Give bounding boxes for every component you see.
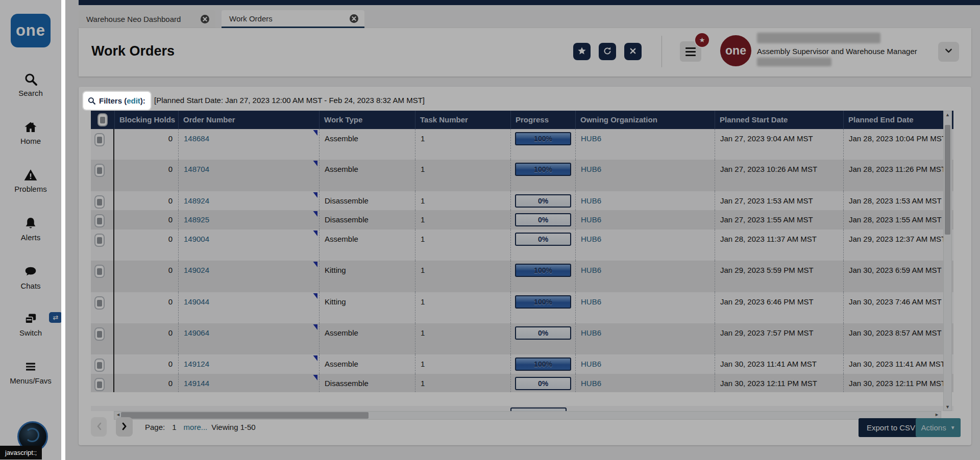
- horizontal-scrollbar[interactable]: ◄ ►: [114, 411, 941, 420]
- prev-page-button[interactable]: [91, 417, 107, 437]
- table-row[interactable]: 0149044Kitting1100%HUB6Jan 29, 2023 6:46…: [91, 292, 953, 323]
- table-row[interactable]: 0148924Disassemble10%HUB6Jan 27, 2023 1:…: [91, 191, 953, 210]
- order-number-link[interactable]: 149044: [184, 297, 209, 306]
- tab-work-orders[interactable]: Work Orders: [222, 10, 364, 28]
- order-number-link[interactable]: 149004: [184, 235, 209, 243]
- sidebar-item-home[interactable]: Home: [0, 119, 61, 145]
- order-number-link[interactable]: 148704: [184, 165, 209, 173]
- blocking-holds-cell: 0: [114, 210, 178, 229]
- row-checkbox-cell: [91, 323, 114, 354]
- org-logo[interactable]: one: [720, 35, 751, 66]
- owning-organization-link[interactable]: HUB6: [581, 215, 601, 224]
- table-row[interactable]: 0149064Assemble10%HUB6Jan 29, 2023 7:57 …: [91, 323, 953, 354]
- sidebar-item-search[interactable]: Search: [0, 71, 61, 97]
- actions-button[interactable]: Actions ▼: [916, 418, 961, 437]
- edit-filters-link[interactable]: edit: [127, 96, 140, 105]
- owning-organization-link[interactable]: HUB6: [581, 297, 601, 306]
- table-row[interactable]: 0148704Assemble1100%HUB6Jan 27, 2023 10:…: [91, 160, 953, 191]
- owning-organization-link[interactable]: HUB6: [581, 379, 601, 388]
- table-row[interactable]: 0149024Kitting1100%HUB6Jan 29, 2023 5:59…: [91, 261, 953, 292]
- owning-organization-link[interactable]: HUB6: [581, 165, 601, 173]
- row-checkbox[interactable]: [94, 296, 105, 310]
- row-checkbox[interactable]: [94, 195, 105, 209]
- owning-organization-link[interactable]: HUB6: [581, 134, 601, 143]
- row-checkbox[interactable]: [94, 214, 105, 227]
- sidebar-item-alerts[interactable]: Alerts: [0, 216, 61, 242]
- owning-organization-link[interactable]: HUB6: [581, 328, 601, 337]
- row-checkbox[interactable]: [94, 234, 105, 247]
- planned-start-cell: Jan 27, 2023 1:55 AM MST: [715, 210, 843, 229]
- order-number-link[interactable]: 148684: [184, 134, 209, 143]
- progress-bar: 0%: [515, 377, 571, 390]
- export-to-csv-button[interactable]: Export to CSV: [859, 418, 923, 437]
- order-number-link[interactable]: 149064: [184, 328, 209, 337]
- progress-bar: 100%: [515, 295, 571, 309]
- row-checkbox[interactable]: [94, 327, 105, 341]
- note-corner-marker: [312, 355, 317, 361]
- progress-bar: 0%: [515, 233, 571, 246]
- swap-arrows-badge[interactable]: ⇄: [49, 312, 62, 323]
- tab-warehouse-neo-dashboard[interactable]: Warehouse Neo Dashboard: [79, 10, 215, 28]
- more-pages-link[interactable]: more...: [184, 423, 208, 431]
- blocking-holds-cell: 0: [114, 129, 178, 160]
- row-checkbox[interactable]: [94, 378, 105, 391]
- progress-bar: 100%: [515, 357, 571, 371]
- favorite-button[interactable]: [573, 43, 591, 60]
- one-logo[interactable]: one: [11, 14, 51, 47]
- close-tab-icon[interactable]: [201, 15, 209, 23]
- switch-cards-icon: [23, 311, 38, 326]
- planned-start-cell: Jan 30, 2023 11:41 AM MST: [715, 354, 843, 374]
- sidebar-item-chats[interactable]: Chats: [0, 264, 61, 290]
- vertical-scroll-thumb[interactable]: [945, 125, 950, 235]
- task-number-cell: 1: [415, 191, 510, 210]
- close-view-button[interactable]: [624, 43, 642, 60]
- close-tab-icon[interactable]: [350, 14, 358, 23]
- order-number-link[interactable]: 149024: [184, 266, 209, 274]
- top-accent-strip: [79, 0, 980, 5]
- table-row[interactable]: 0148684Assemble1100%HUB6Jan 27, 2023 9:0…: [91, 129, 953, 160]
- planned-start-cell: Jan 27, 2023 10:26 AM MST: [715, 160, 843, 191]
- scroll-left-icon[interactable]: ◄: [116, 412, 120, 417]
- order-number-link[interactable]: 149144: [184, 379, 209, 388]
- table-row[interactable]: 0149144Disassemble10%HUB6Jan 30, 2023 12…: [91, 374, 953, 392]
- blocking-holds-cell: 0: [114, 261, 178, 292]
- sidebar-item-problems[interactable]: Problems: [0, 167, 61, 193]
- progress-bar: 0%: [515, 194, 571, 208]
- planned-end-cell: Jan 28, 2023 1:53 AM MST: [843, 191, 953, 210]
- table-row[interactable]: 0149004Assemble10%HUB6Jan 28, 2023 11:37…: [91, 229, 953, 261]
- refresh-button[interactable]: [599, 43, 616, 60]
- close-icon: [629, 47, 636, 56]
- owning-organization-link[interactable]: HUB6: [581, 196, 601, 205]
- task-number-cell: 1: [415, 374, 510, 392]
- scroll-down-icon[interactable]: ▼: [944, 404, 951, 410]
- page-number[interactable]: 1: [172, 423, 176, 431]
- owning-organization-link[interactable]: HUB6: [581, 266, 601, 274]
- scroll-up-icon[interactable]: ▲: [944, 112, 951, 117]
- horizontal-scroll-thumb[interactable]: [121, 412, 369, 419]
- row-checkbox-cell: [91, 354, 114, 374]
- table-row[interactable]: 0149124Assemble1100%HUB6Jan 30, 2023 11:…: [91, 354, 953, 374]
- vertical-scrollbar[interactable]: ▲ ▼: [943, 111, 952, 411]
- order-number-link[interactable]: 148924: [184, 196, 209, 205]
- row-checkbox[interactable]: [94, 164, 105, 177]
- owning-organization-link[interactable]: HUB6: [581, 235, 601, 243]
- row-checkbox[interactable]: [94, 133, 105, 146]
- row-checkbox[interactable]: [94, 265, 105, 278]
- user-menu-button[interactable]: [938, 42, 959, 62]
- owning-organization-link[interactable]: HUB6: [581, 360, 601, 368]
- scroll-right-icon[interactable]: ►: [935, 412, 939, 417]
- star-icon: [577, 46, 586, 57]
- order-number-link[interactable]: 148925: [184, 215, 209, 224]
- order-number-link[interactable]: 149124: [184, 360, 209, 368]
- order-number-cell: 149044: [178, 292, 319, 323]
- sidebar-item-menus[interactable]: Menus/Favs: [0, 359, 61, 385]
- next-page-button[interactable]: [116, 417, 133, 437]
- table-row[interactable]: 0148925Disassemble10%HUB6Jan 27, 2023 1:…: [91, 210, 953, 229]
- work-type-cell: Assemble: [319, 229, 415, 261]
- row-checkbox[interactable]: [94, 359, 105, 372]
- page-title: Work Orders: [91, 43, 175, 59]
- redacted-user-name: [757, 33, 880, 43]
- planned-end-cell: Jan 30, 2023 8:57 AM MST: [843, 323, 953, 354]
- progress-cell: 100%: [510, 354, 575, 374]
- planned-start-cell: Jan 29, 2023 5:59 PM MST: [715, 261, 843, 292]
